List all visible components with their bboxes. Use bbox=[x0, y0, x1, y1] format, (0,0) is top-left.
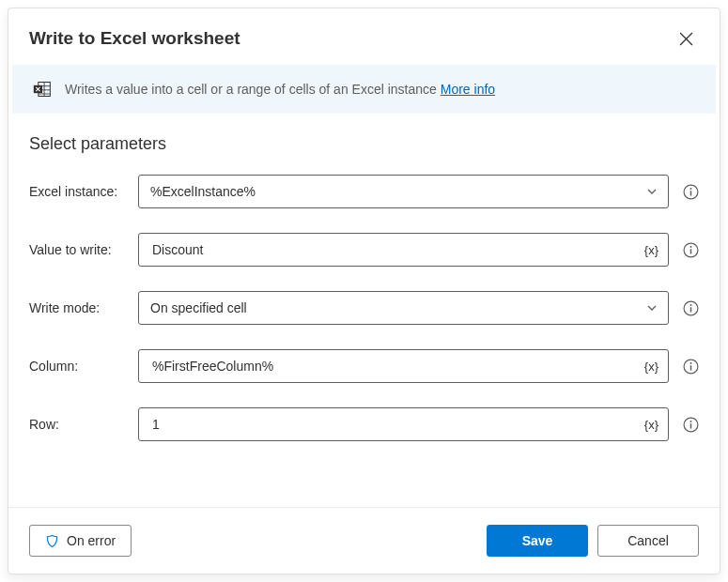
dialog-footer: On error Save Cancel bbox=[8, 507, 720, 574]
row-input[interactable] bbox=[150, 416, 643, 433]
variable-picker-icon[interactable]: {x} bbox=[643, 418, 660, 432]
svg-point-10 bbox=[689, 246, 691, 248]
footer-actions: Save Cancel bbox=[487, 525, 699, 557]
field-label: Write mode: bbox=[29, 300, 129, 315]
dropdown-value: On specified cell bbox=[150, 300, 643, 315]
dialog: Write to Excel worksheet Writes a value … bbox=[8, 8, 720, 574]
more-info-link[interactable]: More info bbox=[441, 82, 495, 97]
value-to-write-input[interactable] bbox=[150, 241, 643, 258]
column-input-wrap: {x} bbox=[138, 349, 669, 383]
variable-picker-icon[interactable]: {x} bbox=[643, 360, 660, 374]
svg-rect-11 bbox=[689, 249, 690, 253]
svg-point-7 bbox=[689, 188, 691, 190]
field-label: Column: bbox=[29, 359, 129, 374]
row-input-wrap: {x} bbox=[138, 407, 669, 441]
svg-rect-17 bbox=[689, 365, 690, 370]
field-excel-instance: Excel instance: %ExcelInstance% bbox=[29, 175, 699, 208]
svg-point-19 bbox=[689, 421, 691, 422]
dialog-title: Write to Excel worksheet bbox=[29, 28, 240, 49]
info-icon[interactable] bbox=[682, 416, 699, 433]
dialog-header: Write to Excel worksheet bbox=[8, 8, 720, 65]
column-input[interactable] bbox=[150, 358, 643, 375]
svg-rect-8 bbox=[689, 191, 690, 195]
on-error-label: On error bbox=[67, 533, 116, 548]
dropdown-value: %ExcelInstance% bbox=[150, 184, 643, 199]
svg-point-13 bbox=[689, 304, 691, 306]
info-icon[interactable] bbox=[682, 358, 699, 375]
banner-text: Writes a value into a cell or a range of… bbox=[65, 82, 495, 97]
svg-rect-20 bbox=[689, 423, 690, 428]
field-column: Column: {x} bbox=[29, 349, 699, 383]
write-mode-dropdown[interactable]: On specified cell bbox=[138, 291, 669, 325]
info-icon[interactable] bbox=[682, 183, 699, 200]
parameters-section: Select parameters Excel instance: %Excel… bbox=[8, 114, 720, 507]
excel-instance-dropdown[interactable]: %ExcelInstance% bbox=[138, 175, 669, 208]
field-label: Value to write: bbox=[29, 242, 129, 257]
save-button[interactable]: Save bbox=[487, 525, 588, 557]
section-title: Select parameters bbox=[29, 134, 699, 154]
field-write-mode: Write mode: On specified cell bbox=[29, 291, 699, 325]
field-row: Row: {x} bbox=[29, 407, 699, 441]
info-banner: Writes a value into a cell or a range of… bbox=[12, 65, 716, 114]
close-button[interactable] bbox=[673, 25, 699, 52]
on-error-button[interactable]: On error bbox=[29, 525, 132, 557]
cancel-button[interactable]: Cancel bbox=[597, 525, 699, 557]
svg-point-16 bbox=[689, 362, 691, 364]
shield-icon bbox=[45, 534, 59, 548]
chevron-down-icon bbox=[643, 183, 660, 200]
chevron-down-icon bbox=[643, 299, 660, 316]
svg-rect-14 bbox=[689, 307, 690, 312]
info-icon[interactable] bbox=[682, 241, 699, 258]
field-label: Row: bbox=[29, 417, 129, 432]
close-icon bbox=[679, 32, 693, 46]
field-label: Excel instance: bbox=[29, 184, 129, 199]
variable-picker-icon[interactable]: {x} bbox=[643, 243, 660, 257]
field-value-to-write: Value to write: {x} bbox=[29, 233, 699, 267]
info-icon[interactable] bbox=[682, 299, 699, 316]
value-to-write-input-wrap: {x} bbox=[138, 233, 669, 267]
excel-icon bbox=[33, 80, 52, 99]
